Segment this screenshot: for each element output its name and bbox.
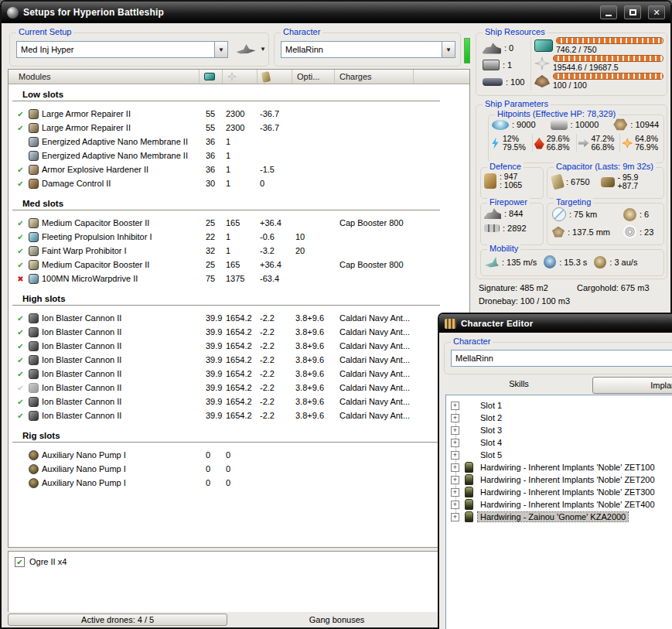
module-row[interactable]: ✔Large Armor Repairer II552300-36.7: [9, 107, 469, 121]
cell-cap: -2.2: [258, 313, 292, 323]
expand-icon[interactable]: +: [451, 439, 459, 447]
module-row[interactable]: ✔Ion Blaster Cannon II39.91654.2-2.23.8+…: [9, 311, 469, 325]
offline-x-icon[interactable]: ✖: [15, 275, 26, 283]
tree-item[interactable]: +Slot 1: [446, 399, 672, 412]
expand-icon[interactable]: +: [451, 402, 459, 410]
tree-item[interactable]: +Hardwiring - Inherent Implants 'Noble' …: [446, 461, 672, 473]
setup-input[interactable]: [17, 42, 214, 57]
header-capacitor[interactable]: [258, 70, 292, 84]
tree-item[interactable]: +Slot 5: [446, 449, 672, 461]
maximize-button[interactable]: [624, 5, 641, 19]
online-check-icon[interactable]: ✔: [15, 247, 26, 255]
module-row[interactable]: ✔Ion Blaster Cannon II39.91654.2-2.23.8+…: [9, 367, 469, 381]
setup-combo[interactable]: ▼: [16, 41, 228, 58]
online-check-icon[interactable]: ✔: [15, 328, 26, 337]
expand-icon[interactable]: +: [451, 501, 459, 509]
expand-icon[interactable]: +: [451, 414, 459, 422]
module-row[interactable]: ✔Damage Control II3010: [9, 176, 469, 190]
module-row[interactable]: Auxiliary Nano Pump I00: [9, 462, 469, 476]
tree-item[interactable]: +Slot 2: [446, 412, 672, 424]
header-charges[interactable]: Charges: [335, 70, 414, 84]
close-button[interactable]: ✕: [648, 5, 665, 19]
ship-menu-button[interactable]: ▼: [236, 43, 266, 54]
editor-character-input[interactable]: [452, 350, 672, 366]
expand-icon[interactable]: +: [451, 451, 459, 460]
online-check-icon[interactable]: ✔: [15, 398, 26, 406]
online-check-icon[interactable]: ✔: [15, 179, 26, 188]
module-name: Large Armor Repairer II: [42, 123, 131, 132]
expand-icon[interactable]: +: [451, 488, 459, 497]
editor-character-group: Character: [444, 342, 672, 374]
online-check-icon[interactable]: ✔: [15, 233, 26, 241]
tree-item[interactable]: +Hardwiring - Inherent Implants 'Noble' …: [446, 486, 672, 498]
tree-item[interactable]: +Hardwiring - Zainou 'Gnome' KZA2000: [446, 511, 672, 523]
module-row[interactable]: ✔Ion Blaster Cannon II39.91654.2-2.23.8+…: [9, 353, 469, 367]
character-input[interactable]: [281, 42, 442, 57]
header-opti[interactable]: Opti...: [292, 70, 335, 84]
module-row[interactable]: ✔Fleeting Propulsion Inhibitor I221-0.61…: [9, 230, 469, 244]
header-modules[interactable]: Modules: [9, 70, 200, 84]
cell-cap: -2.2: [258, 383, 292, 392]
character-combo[interactable]: ▼: [281, 41, 455, 58]
module-row[interactable]: Energized Adaptive Nano Membrane II361: [9, 135, 469, 149]
module-row[interactable]: ✔Medium Capacitor Booster II25165+36.4Ca…: [9, 258, 469, 272]
online-check-icon[interactable]: ✔: [15, 314, 26, 323]
module-row[interactable]: ✔Medium Capacitor Booster II25165+36.4Ca…: [9, 216, 469, 230]
main-titlebar[interactable]: Setups for Hyperion Battleship ✕: [2, 2, 670, 23]
online-check-icon[interactable]: ✔: [15, 356, 26, 364]
module-row[interactable]: ✔Large Armor Repairer II552300-36.7: [9, 121, 469, 135]
drone-checkbox[interactable]: ✔: [15, 557, 25, 567]
tree-item[interactable]: +Hardwiring - Inherent Implants 'Noble' …: [446, 498, 672, 511]
editor-character-field[interactable]: [451, 350, 672, 367]
online-check-icon[interactable]: ✔: [15, 166, 26, 174]
online-check-icon[interactable]: ✔: [15, 124, 26, 132]
active-drones-button[interactable]: Active drones: 4 / 5: [8, 614, 227, 626]
online-check-icon[interactable]: ✔: [15, 370, 26, 378]
module-row[interactable]: Energized Adaptive Nano Membrane II361: [9, 149, 469, 162]
module-row[interactable]: ✖100MN MicroWarpdrive II751375-63.4: [9, 272, 469, 285]
expand-icon[interactable]: +: [451, 476, 459, 484]
tree-item-label: Hardwiring - Zainou 'Gnome' KZA2000: [478, 512, 628, 521]
tab-implants[interactable]: Implants: [592, 377, 672, 394]
module-row[interactable]: ✔Ion Blaster Cannon II39.91654.2-2.23.8+…: [9, 339, 469, 353]
module-row[interactable]: ✔Ion Blaster Cannon II39.91654.2-2.23.8+…: [9, 325, 469, 339]
blaster-icon: [29, 411, 39, 421]
module-row[interactable]: ✔Ion Blaster Cannon II39.91654.2-2.23.8+…: [9, 409, 469, 422]
module-row[interactable]: Auxiliary Nano Pump I00: [9, 448, 469, 462]
tree-item[interactable]: +Slot 3: [446, 424, 672, 436]
module-row[interactable]: ✔Ion Blaster Cannon II39.91654.2-2.23.8+…: [9, 395, 469, 409]
drone-row[interactable]: ✔Ogre II x4: [15, 556, 463, 568]
current-setup-group: Current Setup ▼ ▼: [9, 32, 269, 67]
tab-skills[interactable]: Skills: [445, 379, 592, 388]
setup-dropdown-arrow[interactable]: ▼: [214, 42, 227, 57]
expand-icon[interactable]: +: [451, 463, 459, 472]
cell-cpu: 75: [200, 274, 223, 283]
tree-item[interactable]: +Hardwiring - Inherent Implants 'Noble' …: [446, 473, 672, 486]
resource-bar: [553, 73, 663, 80]
cell-cpu: 55: [200, 109, 223, 118]
tree-item[interactable]: +Slot 4: [446, 436, 672, 449]
module-row[interactable]: Auxiliary Nano Pump I00: [9, 476, 469, 490]
cell-charges: Caldari Navy Ant...: [335, 327, 414, 337]
module-row[interactable]: ✔Armor Explosive Hardener II361-1.5: [9, 162, 469, 176]
online-check-icon[interactable]: ✔: [15, 219, 26, 227]
character-dropdown-arrow[interactable]: ▼: [442, 42, 455, 57]
cell-cap: -2.2: [258, 341, 292, 350]
nano-membrane-icon: [29, 137, 39, 147]
header-powergrid[interactable]: [223, 70, 258, 84]
online-check-icon[interactable]: ✔: [15, 110, 26, 118]
gang-bonuses-button[interactable]: Gang bonuses: [227, 615, 445, 624]
mobility-label: Mobility: [487, 244, 520, 253]
online-check-icon[interactable]: ✔: [15, 261, 26, 269]
online-check-icon[interactable]: ✔: [15, 384, 26, 392]
expand-icon[interactable]: +: [451, 426, 459, 435]
online-check-icon[interactable]: ✔: [15, 412, 26, 420]
online-check-icon[interactable]: ✔: [15, 342, 26, 350]
editor-titlebar[interactable]: Character Editor: [439, 314, 672, 333]
minimize-button[interactable]: [600, 5, 617, 19]
expand-icon[interactable]: +: [451, 513, 459, 521]
module-row[interactable]: ✔Ion Blaster Cannon II39.91654.2-2.23.8+…: [9, 381, 469, 395]
module-row[interactable]: ✔Faint Warp Prohibitor I321-3.220: [9, 244, 469, 258]
header-cpu[interactable]: [200, 70, 223, 84]
module-name-cell: ✔Damage Control II: [9, 179, 200, 189]
